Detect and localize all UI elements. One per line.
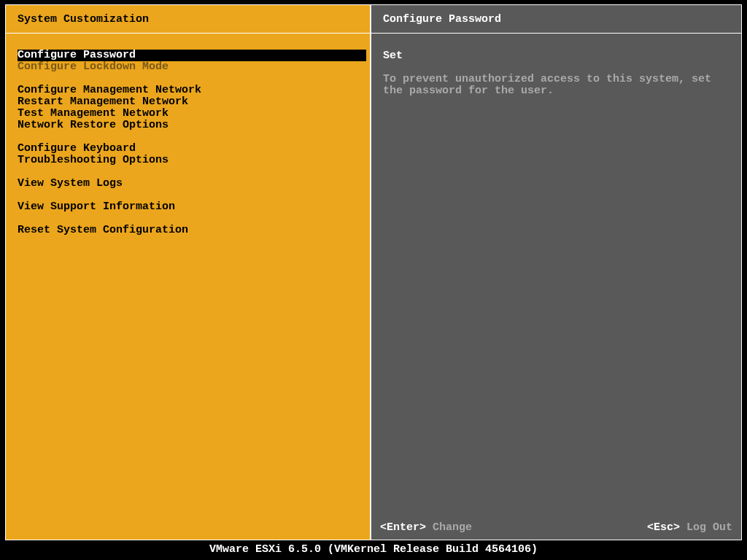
key-hint-bar: <Enter> Change <Esc> Log Out (380, 521, 732, 534)
menu-gap (6, 166, 364, 178)
menu-gap (6, 213, 364, 225)
enter-action-label: Change (426, 521, 472, 534)
menu-item-reset-system[interactable]: Reset System Configuration (6, 225, 364, 236)
esc-action-label: Log Out (680, 521, 732, 534)
menu-item-test-mgmt-net[interactable]: Test Management Network (6, 108, 364, 120)
menu-gap (6, 73, 364, 85)
esc-key-label: <Esc> (647, 521, 680, 534)
left-panel-title: System Customization (6, 5, 370, 33)
left-panel: System Customization Configure PasswordC… (5, 4, 371, 540)
menu-gap (6, 131, 364, 143)
menu-item-configure-mgmt-net[interactable]: Configure Management Network (6, 85, 364, 96)
menu-item-view-logs[interactable]: View System Logs (6, 178, 364, 190)
password-status: Set (383, 50, 729, 62)
menu-item-configure-lockdown: Configure Lockdown Mode (6, 61, 364, 73)
detail-pane: Set To prevent unauthorized access to th… (371, 34, 741, 97)
menu-item-configure-keyboard[interactable]: Configure Keyboard (6, 143, 364, 155)
detail-description: To prevent unauthorized access to this s… (383, 74, 729, 97)
menu-item-network-restore[interactable]: Network Restore Options (6, 120, 364, 131)
footer-version: VMware ESXi 6.5.0 (VMKernel Release Buil… (0, 543, 747, 556)
menu-item-view-support[interactable]: View Support Information (6, 201, 364, 213)
menu-item-configure-password[interactable]: Configure Password (18, 50, 366, 61)
enter-hint[interactable]: <Enter> Change (380, 521, 472, 534)
menu-item-troubleshooting[interactable]: Troubleshooting Options (6, 155, 364, 166)
menu-item-restart-mgmt-net[interactable]: Restart Management Network (6, 96, 364, 108)
right-panel: Configure Password Set To prevent unauth… (371, 4, 742, 540)
esc-hint[interactable]: <Esc> Log Out (647, 521, 732, 534)
enter-key-label: <Enter> (380, 521, 426, 534)
menu-gap (6, 190, 364, 201)
dcui-screen: System Customization Configure PasswordC… (0, 0, 747, 560)
menu-list: Configure PasswordConfigure Lockdown Mod… (6, 34, 370, 236)
right-panel-title: Configure Password (371, 5, 741, 33)
